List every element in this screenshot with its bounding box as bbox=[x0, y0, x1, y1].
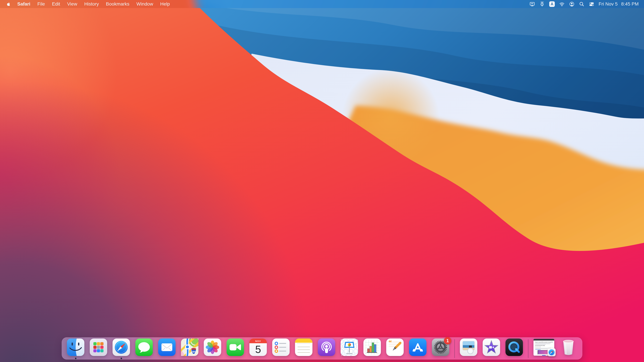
trash-icon bbox=[560, 339, 577, 356]
dock-item-pages[interactable]: “ bbox=[386, 339, 404, 359]
dock-item-facetime[interactable] bbox=[226, 339, 244, 359]
dock-item-calendar[interactable]: NOV 5 bbox=[250, 339, 267, 359]
dock-item-minimized-safari-window[interactable]: How to record the screen on your Mac Use… bbox=[534, 339, 554, 359]
safari-toolbar-mini bbox=[534, 339, 554, 341]
dock-separator bbox=[454, 339, 455, 358]
spotlight-icon[interactable] bbox=[577, 0, 587, 8]
dock-item-notes[interactable] bbox=[295, 339, 312, 359]
trash[interactable] bbox=[560, 339, 577, 359]
menu-app-name[interactable]: Safari bbox=[14, 0, 34, 8]
svg-text:280: 280 bbox=[192, 351, 196, 353]
menu-help[interactable]: Help bbox=[157, 0, 174, 8]
keynote-icon bbox=[340, 339, 358, 356]
podcasts-icon bbox=[318, 339, 335, 356]
wallpaper-big-sur bbox=[0, 0, 644, 362]
mini-link-line bbox=[535, 349, 541, 350]
dock-item-numbers[interactable] bbox=[364, 339, 381, 359]
preview-icon bbox=[460, 339, 477, 356]
dock-item-keynote[interactable] bbox=[340, 339, 358, 359]
menu-bar-clock[interactable]: Fri Nov 5 8:45 PM bbox=[596, 1, 641, 7]
menu-edit[interactable]: Edit bbox=[48, 0, 64, 8]
svg-text:NOV: NOV bbox=[255, 340, 261, 343]
mini-blue-button bbox=[542, 355, 546, 356]
minimized-page-heading: How to record the screen on your Mac bbox=[535, 342, 552, 343]
reminders-icon bbox=[272, 339, 290, 356]
apple-menu[interactable] bbox=[4, 0, 14, 8]
messages-icon bbox=[135, 339, 153, 356]
dock-item-finder[interactable] bbox=[67, 339, 84, 359]
menu-view[interactable]: View bbox=[64, 0, 81, 8]
dock-item-preview[interactable] bbox=[460, 339, 477, 359]
quicktime-player-icon bbox=[506, 339, 523, 356]
menu-window[interactable]: Window bbox=[133, 0, 157, 8]
launchpad-icon bbox=[90, 339, 107, 356]
dock-item-launchpad[interactable] bbox=[90, 339, 107, 359]
safari-badge-icon bbox=[548, 348, 556, 356]
apple-logo-icon bbox=[7, 2, 10, 6]
notification-badge: 1 bbox=[444, 337, 451, 345]
dock-item-messages[interactable] bbox=[135, 339, 153, 359]
mail-icon bbox=[158, 339, 176, 356]
dock-item-system-preferences[interactable]: 1 bbox=[432, 339, 449, 359]
dock-item-maps[interactable]: 280 bbox=[181, 339, 198, 359]
plumb-circle-status-icon[interactable] bbox=[537, 0, 547, 8]
dock-item-imovie[interactable] bbox=[483, 339, 500, 359]
user-account-icon[interactable] bbox=[567, 0, 577, 8]
dock: 280 NOV 5 bbox=[62, 337, 582, 360]
dock-item-quicktime-player[interactable] bbox=[506, 339, 523, 359]
menu-file[interactable]: File bbox=[34, 0, 48, 8]
app-store-icon bbox=[409, 339, 426, 356]
dock-item-reminders[interactable] bbox=[272, 339, 290, 359]
clock-date: Fri Nov 5 bbox=[598, 1, 618, 7]
svg-text:5: 5 bbox=[255, 344, 261, 355]
dock-item-podcasts[interactable] bbox=[318, 339, 335, 359]
notes-icon bbox=[295, 339, 312, 356]
clock-time: 8:45 PM bbox=[621, 1, 639, 7]
input-source-badge[interactable]: A bbox=[547, 0, 557, 8]
desktop: Safari FileEditViewHistoryBookmarksWindo… bbox=[0, 0, 644, 362]
calendar-icon: NOV 5 bbox=[250, 339, 267, 356]
menu-bookmarks[interactable]: Bookmarks bbox=[102, 0, 133, 8]
running-indicator-dot bbox=[75, 358, 76, 359]
facetime-icon bbox=[226, 339, 244, 356]
screen-mirroring-status-icon[interactable] bbox=[527, 0, 537, 8]
pages-icon: “ bbox=[386, 339, 404, 356]
maps-icon: 280 bbox=[181, 339, 198, 356]
minimized-page-subheading: Use the Screenshot toolbar bbox=[535, 345, 552, 346]
dock-item-mail[interactable] bbox=[158, 339, 176, 359]
menu-bar-right: A Fri Nov 5 8:45 PM bbox=[527, 0, 644, 8]
menu-history[interactable]: History bbox=[81, 0, 102, 8]
wifi-icon[interactable] bbox=[557, 0, 567, 8]
dock-item-safari[interactable] bbox=[112, 339, 130, 359]
menu-bar-left: Safari FileEditViewHistoryBookmarksWindo… bbox=[0, 0, 174, 8]
dock-item-app-store[interactable] bbox=[409, 339, 426, 359]
control-center-icon[interactable] bbox=[587, 0, 596, 8]
dock-separator bbox=[528, 339, 528, 358]
minimized-window-thumbnail[interactable]: How to record the screen on your Mac Use… bbox=[534, 339, 554, 356]
safari-icon bbox=[112, 339, 130, 356]
imovie-icon bbox=[483, 339, 500, 356]
menu-bar: Safari FileEditViewHistoryBookmarksWindo… bbox=[0, 0, 644, 8]
numbers-icon bbox=[364, 339, 381, 356]
finder-icon bbox=[67, 339, 84, 356]
photos-icon bbox=[204, 339, 221, 356]
screenshot-toolbar-icons bbox=[535, 347, 552, 348]
input-source-letter: A bbox=[549, 1, 555, 7]
dock-container: 280 NOV 5 bbox=[62, 337, 582, 360]
dock-item-photos[interactable] bbox=[204, 339, 221, 359]
running-indicator-dot bbox=[120, 358, 122, 359]
svg-text:“: “ bbox=[388, 339, 392, 346]
